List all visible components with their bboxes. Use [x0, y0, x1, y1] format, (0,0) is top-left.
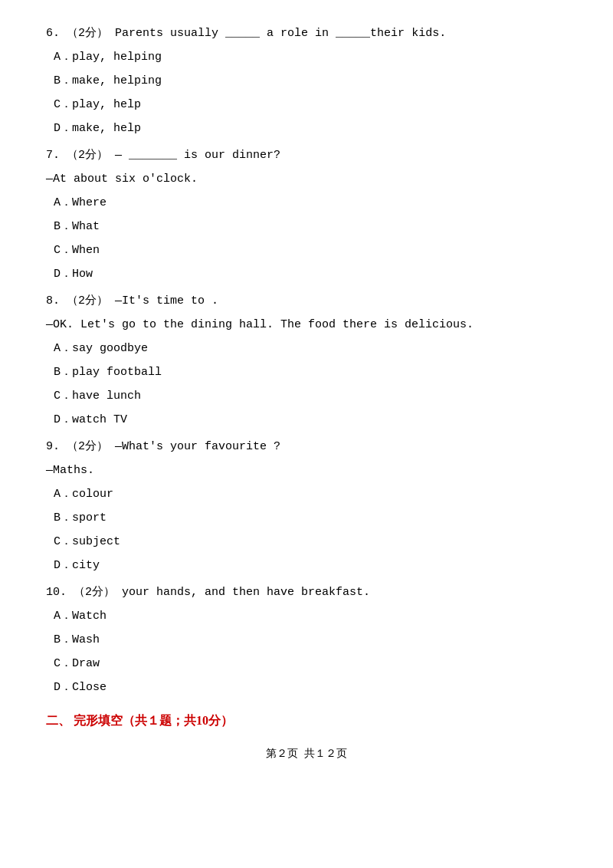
- q9-b-label: B．: [54, 511, 72, 524]
- q9-b-text: sport: [72, 511, 107, 524]
- q7-a-label: A．: [54, 196, 72, 209]
- q10-number: 10.: [46, 586, 67, 599]
- page-number: 第２页 共１２页: [266, 748, 347, 760]
- q8-dialogue: —OK. Let's go to the dining hall. The fo…: [46, 314, 567, 335]
- question-7-text: 7. （2分） — _______ is our dinner?: [46, 145, 567, 166]
- q9-number: 9.: [46, 440, 60, 453]
- q7-option-b[interactable]: B．What: [54, 216, 567, 237]
- q9-a-label: A．: [54, 488, 72, 501]
- q10-option-d[interactable]: D．Close: [54, 677, 567, 698]
- question-10-text: 10. （2分） your hands, and then have break…: [46, 582, 567, 603]
- q7-d-label: D．: [54, 268, 72, 281]
- q9-c-text: subject: [72, 535, 120, 548]
- question-9-text: 9. （2分） —What's your favourite ?: [46, 436, 567, 457]
- q8-option-b[interactable]: B．play football: [54, 362, 567, 383]
- q8-a-label: A．: [54, 342, 72, 355]
- q9-option-b[interactable]: B．sport: [54, 508, 567, 528]
- q6-a-text: play, helping: [72, 51, 162, 64]
- q8-b-label: B．: [54, 366, 72, 379]
- q10-c-label: C．: [54, 657, 72, 670]
- q7-points: （2分）: [67, 149, 108, 162]
- q6-option-a[interactable]: A．play, helping: [54, 47, 567, 67]
- q8-number: 8.: [46, 294, 60, 307]
- q8-option-a[interactable]: A．say goodbye: [54, 338, 567, 359]
- q10-c-text: Draw: [72, 657, 100, 670]
- question-8: 8. （2分） —It's time to . —OK. Let's go to…: [46, 291, 567, 430]
- section-title: 完形填空（共１题；共10分）: [74, 714, 233, 727]
- q9-body: —What's your favourite ?: [115, 440, 280, 453]
- q6-body: Parents usually _____ a role in _____the…: [115, 27, 446, 40]
- q9-option-a[interactable]: A．colour: [54, 484, 567, 505]
- q9-points: （2分）: [67, 440, 108, 453]
- section-header: 二、 完形填空（共１题；共10分）: [46, 710, 567, 732]
- q8-d-text: watch TV: [72, 413, 127, 426]
- q6-d-label: D．: [54, 122, 72, 135]
- question-6-text: 6. （2分） Parents usually _____ a role in …: [46, 23, 567, 44]
- q7-body: — _______ is our dinner?: [115, 149, 280, 162]
- q10-b-label: B．: [54, 633, 72, 646]
- q10-option-b[interactable]: B．Wash: [54, 630, 567, 650]
- q6-number: 6.: [46, 27, 60, 40]
- q6-option-b[interactable]: B．make, helping: [54, 71, 567, 91]
- q10-points: （2分）: [74, 586, 115, 599]
- q9-d-text: city: [72, 559, 100, 572]
- q7-d-text: How: [72, 268, 93, 281]
- q10-a-label: A．: [54, 610, 72, 623]
- q6-option-c[interactable]: C．play, help: [54, 94, 567, 115]
- q10-body: your hands, and then have breakfast.: [122, 586, 370, 599]
- section-number: 二、: [46, 714, 70, 727]
- q10-b-text: Wash: [72, 633, 100, 646]
- q7-option-a[interactable]: A．Where: [54, 192, 567, 213]
- q8-body: —It's time to .: [115, 294, 218, 307]
- q9-d-label: D．: [54, 559, 72, 572]
- q10-d-label: D．: [54, 681, 72, 694]
- question-9: 9. （2分） —What's your favourite ? —Maths.…: [46, 436, 567, 576]
- q7-number: 7.: [46, 149, 60, 162]
- q10-d-text: Close: [72, 681, 107, 694]
- q6-b-text: make, helping: [72, 74, 162, 87]
- q8-d-label: D．: [54, 413, 72, 426]
- q7-a-text: Where: [72, 196, 107, 209]
- q8-option-d[interactable]: D．watch TV: [54, 409, 567, 430]
- q6-option-d[interactable]: D．make, help: [54, 118, 567, 139]
- q6-c-label: C．: [54, 98, 72, 111]
- question-7: 7. （2分） — _______ is our dinner? —At abo…: [46, 145, 567, 284]
- q9-option-d[interactable]: D．city: [54, 555, 567, 576]
- question-8-text: 8. （2分） —It's time to .: [46, 291, 567, 311]
- q7-b-text: What: [72, 220, 100, 233]
- q6-a-label: A．: [54, 51, 72, 64]
- q8-option-c[interactable]: C．have lunch: [54, 386, 567, 406]
- q6-d-text: make, help: [72, 122, 141, 135]
- q8-points: （2分）: [67, 294, 108, 307]
- q7-b-label: B．: [54, 220, 72, 233]
- q7-option-d[interactable]: D．How: [54, 264, 567, 284]
- q6-b-label: B．: [54, 74, 72, 87]
- q6-c-text: play, help: [72, 98, 141, 111]
- q7-option-c[interactable]: C．When: [54, 240, 567, 261]
- q8-c-text: have lunch: [72, 390, 141, 403]
- q9-a-text: colour: [72, 488, 113, 501]
- question-10: 10. （2分） your hands, and then have break…: [46, 582, 567, 698]
- q8-a-text: say goodbye: [72, 342, 148, 355]
- q6-points: （2分）: [67, 27, 108, 40]
- q8-c-label: C．: [54, 390, 72, 403]
- page-footer: 第２页 共１２页: [46, 745, 567, 764]
- q9-option-c[interactable]: C．subject: [54, 531, 567, 552]
- q9-dialogue: —Maths.: [46, 460, 567, 481]
- q10-option-c[interactable]: C．Draw: [54, 653, 567, 674]
- q8-b-text: play football: [72, 366, 162, 379]
- q10-option-a[interactable]: A．Watch: [54, 606, 567, 626]
- question-6: 6. （2分） Parents usually _____ a role in …: [46, 23, 567, 139]
- q7-c-label: C．: [54, 244, 72, 257]
- q7-dialogue: —At about six o'clock.: [46, 169, 567, 189]
- q10-a-text: Watch: [72, 610, 107, 623]
- q7-c-text: When: [72, 244, 100, 257]
- q9-c-label: C．: [54, 535, 72, 548]
